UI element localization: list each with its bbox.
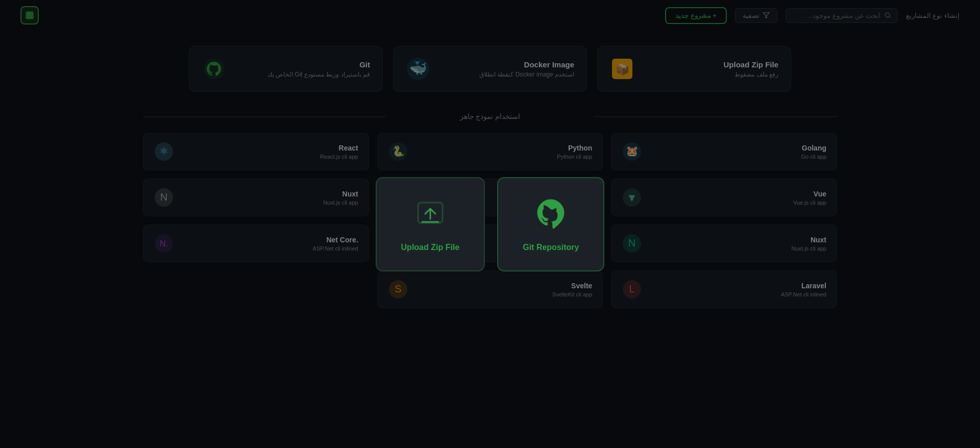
modal-upload-label: Upload Zip File <box>401 243 460 252</box>
modal-card-upload-zip[interactable]: Upload Zip File <box>376 177 485 271</box>
modal-overlay[interactable]: Git Repository Upload Zip File <box>0 0 980 448</box>
modal-github-icon <box>534 196 567 235</box>
modal-cards: Git Repository Upload Zip File <box>376 177 605 271</box>
modal-upload-icon <box>414 196 447 235</box>
upload-modal-svg <box>414 196 447 229</box>
github-modal-svg <box>534 196 567 229</box>
modal-card-git-repository[interactable]: Git Repository <box>497 177 604 271</box>
modal-git-label: Git Repository <box>523 243 579 252</box>
